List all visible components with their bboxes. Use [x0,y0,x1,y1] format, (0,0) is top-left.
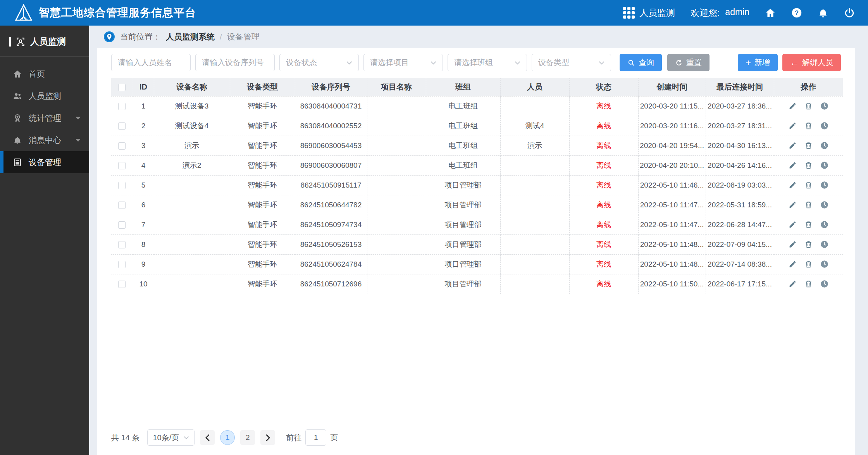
cell-operations [774,274,843,294]
history-icon[interactable] [820,221,828,229]
history-icon[interactable] [820,141,828,150]
edit-icon[interactable] [789,181,797,189]
cell-created-time: 2022-05-10 11:47... [638,215,706,234]
cell-device-name [154,254,230,274]
row-checkbox[interactable] [118,281,126,288]
person-name-input[interactable] [111,54,191,71]
team-select[interactable]: 请选择班组 [448,54,527,71]
device-serial-input[interactable] [195,54,275,71]
table-row: 2 测试设备4 智能手环 863084040002552 电工班组 测试4 离线… [111,116,843,136]
cell-device-type: 智能手环 [230,116,295,136]
history-icon[interactable] [820,280,828,288]
select-all-checkbox[interactable] [118,84,126,91]
cell-device-type: 智能手环 [230,195,295,215]
cell-serial: 863084040004731 [295,96,367,116]
cell-project [367,254,426,274]
page-number-2[interactable]: 2 [240,430,255,445]
cell-last-connection-time: 2020-03-27 18:36... [706,96,774,116]
location-pin-icon [103,31,115,43]
welcome-label: 欢迎您: [691,7,720,19]
edit-icon[interactable] [789,141,797,150]
cell-id: 9 [133,254,154,274]
delete-icon[interactable] [804,240,813,248]
edit-icon[interactable] [789,240,797,248]
next-page-button[interactable] [260,430,275,445]
history-icon[interactable] [820,161,828,169]
power-icon[interactable] [844,7,855,18]
cell-person: 演示 [500,136,569,155]
app-title: 智慧工地综合管理服务信息平台 [39,5,196,20]
cell-serial: 869006030054453 [295,136,367,155]
cell-status: 离线 [569,274,638,294]
cell-last-connection-time: 2020-04-30 16:13... [706,136,774,155]
sidebar-item-statistics[interactable]: 统计管理 [0,107,89,129]
row-checkbox[interactable] [118,142,126,150]
cell-status: 离线 [569,254,638,274]
row-checkbox[interactable] [118,241,126,248]
history-icon[interactable] [820,122,828,130]
edit-icon[interactable] [789,161,797,169]
sidebar-item-message-center[interactable]: 消息中心 [0,129,89,151]
edit-icon[interactable] [789,280,797,288]
cell-device-type: 智能手环 [230,254,295,274]
delete-icon[interactable] [804,102,813,110]
edit-icon[interactable] [789,221,797,229]
row-checkbox[interactable] [118,162,126,169]
notification-bell-icon[interactable] [818,7,828,18]
delete-icon[interactable] [804,122,813,130]
edit-icon[interactable] [789,102,797,110]
breadcrumb-separator: / [220,32,222,41]
edit-icon[interactable] [789,260,797,268]
cell-device-name: 测试设备4 [154,116,230,136]
delete-icon[interactable] [804,141,813,150]
device-status-select[interactable]: 设备状态 [279,54,359,71]
sidebar-item-device-management[interactable]: 设备管理 [0,151,89,173]
sidebar-item-label: 消息中心 [29,135,61,146]
delete-icon[interactable] [804,161,813,169]
history-icon[interactable] [820,201,828,209]
history-icon[interactable] [820,260,828,268]
row-checkbox[interactable] [118,182,126,189]
unbind-button-label: 解绑人员 [802,57,833,68]
apps-grid-icon [623,7,635,19]
page-size-select[interactable]: 10条/页 [147,429,195,446]
home-icon[interactable] [765,7,776,18]
row-checkbox[interactable] [118,261,126,268]
cell-device-type: 智能手环 [230,175,295,195]
unbind-person-button[interactable]: ← 解绑人员 [782,54,841,71]
row-checkbox[interactable] [118,202,126,209]
row-checkbox[interactable] [118,103,126,110]
cell-id: 8 [133,234,154,254]
sidebar-item-personnel-monitoring[interactable]: 人员监测 [0,85,89,107]
goto-page-input[interactable] [305,429,326,446]
sidebar-item-home[interactable]: 首页 [0,63,89,85]
help-icon[interactable]: ? [791,7,802,18]
search-button[interactable]: 查询 [620,54,662,71]
app-switcher[interactable]: 人员监测 [623,7,675,19]
reset-button[interactable]: 重置 [667,54,710,71]
cell-device-type: 智能手环 [230,274,295,294]
breadcrumb-root[interactable]: 人员监测系统 [166,31,215,42]
chevron-down-icon [76,138,81,142]
cell-status: 离线 [569,155,638,175]
delete-icon[interactable] [804,181,813,189]
history-icon[interactable] [820,240,828,248]
add-device-button[interactable]: + 新增 [738,54,778,71]
cell-id: 2 [133,116,154,136]
delete-icon[interactable] [804,221,813,229]
column-header-team: 班组 [426,78,500,96]
edit-icon[interactable] [789,122,797,130]
row-checkbox[interactable] [118,122,126,130]
select-placeholder: 请选择班组 [454,57,493,68]
device-type-select[interactable]: 设备类型 [532,54,611,71]
project-select[interactable]: 请选择项目 [363,54,443,71]
delete-icon[interactable] [804,201,813,209]
delete-icon[interactable] [804,260,813,268]
history-icon[interactable] [820,102,828,110]
edit-icon[interactable] [789,201,797,209]
row-checkbox[interactable] [118,221,126,229]
page-number-1[interactable]: 1 [220,430,235,445]
prev-page-button[interactable] [200,430,215,445]
history-icon[interactable] [820,181,828,189]
delete-icon[interactable] [804,280,813,288]
